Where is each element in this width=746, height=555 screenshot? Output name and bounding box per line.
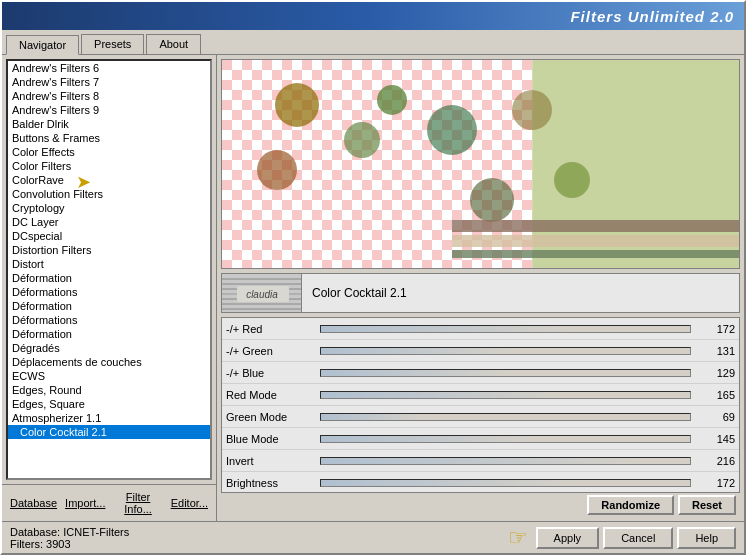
slider-fill [321, 458, 635, 464]
slider-value: 131 [695, 345, 735, 357]
database-label: Database: [10, 526, 60, 538]
list-item[interactable]: DC Layer [8, 215, 210, 229]
list-scroll[interactable]: Andrew's Filters 6 Andrew's Filters 7 An… [8, 61, 210, 478]
slider-label: -/+ Red [226, 323, 316, 335]
slider-track[interactable] [320, 479, 691, 487]
list-item[interactable]: Balder Dlrik [8, 117, 210, 131]
tab-presets[interactable]: Presets [81, 34, 144, 54]
left-panel: Andrew's Filters 6 Andrew's Filters 7 An… [2, 55, 217, 521]
slider-row: Green Mode 69 [222, 406, 739, 428]
slider-row: -/+ Red 172 [222, 318, 739, 340]
database-button[interactable]: Database [6, 489, 61, 517]
slider-track[interactable] [320, 391, 691, 399]
slider-value: 145 [695, 433, 735, 445]
slider-row: Invert 216 [222, 450, 739, 472]
finger-icon: ☞ [508, 525, 528, 551]
tab-navigator[interactable]: Navigator [6, 35, 79, 55]
svg-point-9 [377, 85, 407, 115]
preview-area [221, 59, 740, 269]
slider-row: -/+ Blue 129 [222, 362, 739, 384]
slider-track[interactable] [320, 413, 691, 421]
slider-track[interactable] [320, 347, 691, 355]
randomize-button[interactable]: Randomize [587, 495, 674, 515]
slider-fill [321, 326, 568, 332]
list-item[interactable]: Déformation [8, 299, 210, 313]
slider-label: Green Mode [226, 411, 316, 423]
list-item-colorrave[interactable]: ColorRave ➤ [8, 173, 210, 187]
import-button[interactable]: Import... [61, 489, 109, 517]
help-button[interactable]: Help [677, 527, 736, 549]
main-window: Filters Unlimited 2.0 Navigator Presets … [0, 0, 746, 555]
list-item[interactable]: Déformation [8, 271, 210, 285]
left-buttons: Database Import... Filter Info... Editor… [2, 484, 216, 521]
title-bar-text: Filters Unlimited 2.0 [570, 8, 734, 25]
list-item[interactable]: Dégradés [8, 341, 210, 355]
slider-track[interactable] [320, 435, 691, 443]
apply-button[interactable]: Apply [536, 527, 600, 549]
list-item[interactable]: Distortion Filters [8, 243, 210, 257]
slider-row: Blue Mode 145 [222, 428, 739, 450]
slider-fill [321, 436, 531, 442]
slider-value: 172 [695, 323, 735, 335]
slider-label: -/+ Green [226, 345, 316, 357]
slider-fill [321, 348, 509, 354]
filters-value: 3903 [46, 538, 70, 550]
list-item[interactable]: Edges, Round [8, 383, 210, 397]
database-value: ICNET-Filters [63, 526, 129, 538]
list-item[interactable]: Cryptology [8, 201, 210, 215]
svg-rect-16 [452, 250, 739, 258]
slider-fill [321, 392, 561, 398]
list-container[interactable]: Andrew's Filters 6 Andrew's Filters 7 An… [6, 59, 212, 480]
slider-value: 69 [695, 411, 735, 423]
editor-button[interactable]: Editor... [167, 489, 212, 517]
tab-about[interactable]: About [146, 34, 201, 54]
slider-track[interactable] [320, 369, 691, 377]
list-item[interactable]: Déplacements de couches [8, 355, 210, 369]
slider-track[interactable] [320, 325, 691, 333]
svg-point-10 [427, 105, 477, 155]
arrow-icon: ➤ [76, 171, 91, 193]
list-item-color-cocktail[interactable]: Color Cocktail 2.1 ➤ [8, 425, 210, 439]
svg-text:claudia: claudia [246, 289, 278, 300]
filter-info-bar: claudia Color Cocktail 2.1 [221, 273, 740, 313]
slider-label: Red Mode [226, 389, 316, 401]
sub-header: Atmospherizer 1.1 [8, 411, 210, 425]
cancel-button[interactable]: Cancel [603, 527, 673, 549]
slider-label: Brightness [226, 477, 316, 489]
slider-fill [321, 414, 421, 420]
list-item[interactable]: ECWS [8, 369, 210, 383]
sliders-area: -/+ Red 172 -/+ Green 131 -/+ Blue 129 R… [221, 317, 740, 493]
slider-fill [321, 480, 568, 486]
list-item[interactable]: Andrew's Filters 8 [8, 89, 210, 103]
list-item[interactable]: DCspecial [8, 229, 210, 243]
list-item[interactable]: Andrew's Filters 9 [8, 103, 210, 117]
filter-name: Color Cocktail 2.1 [302, 286, 739, 300]
list-item[interactable]: Edges, Square [8, 397, 210, 411]
reset-button[interactable]: Reset [678, 495, 736, 515]
list-item[interactable]: Andrew's Filters 7 [8, 75, 210, 89]
svg-point-13 [470, 178, 514, 222]
list-item[interactable]: Convolution Filters [8, 187, 210, 201]
slider-row: Red Mode 165 [222, 384, 739, 406]
randomize-reset-bar: Randomize Reset [221, 493, 740, 517]
slider-value: 165 [695, 389, 735, 401]
list-item[interactable]: Déformations [8, 285, 210, 299]
svg-point-6 [275, 83, 319, 127]
list-item[interactable]: Distort [8, 257, 210, 271]
list-item-color-effects[interactable]: Color Effects [8, 145, 210, 159]
filters-label: Filters: [10, 538, 43, 550]
list-item[interactable]: Buttons & Frames [8, 131, 210, 145]
tabs-bar: Navigator Presets About [2, 30, 744, 55]
slider-label: Invert [226, 455, 316, 467]
list-item-color-filters[interactable]: Color Filters [8, 159, 210, 173]
svg-point-11 [512, 90, 552, 130]
preview-svg [222, 60, 739, 268]
filter-info-button[interactable]: Filter Info... [109, 489, 166, 517]
slider-track[interactable] [320, 457, 691, 465]
list-item[interactable]: Andrew's Filters 6 [8, 61, 210, 75]
right-panel: claudia Color Cocktail 2.1 -/+ Red 172 -… [217, 55, 744, 521]
list-item[interactable]: Déformations [8, 313, 210, 327]
slider-fill [321, 370, 509, 376]
status-info: Database: ICNET-Filters Filters: 3903 [10, 526, 504, 550]
list-item[interactable]: Déformation [8, 327, 210, 341]
